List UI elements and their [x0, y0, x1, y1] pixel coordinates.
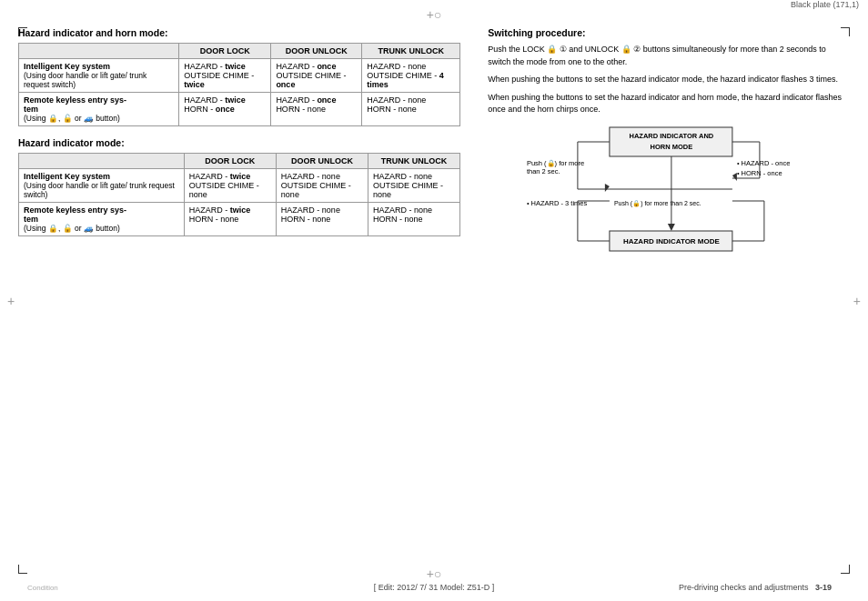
table1-col2: DOOR UNLOCK — [271, 44, 362, 59]
row3-trunk-unlock: HAZARD - noneOUTSIDE CHIME - none — [368, 169, 460, 203]
row2-door-lock: HAZARD - twiceHORN - once — [179, 93, 271, 126]
page-section: Pre-driving checks and adjustments — [679, 583, 809, 592]
svg-text:Push (🔒) for more: Push (🔒) for more — [527, 159, 584, 167]
row2-label: Remote keyless entry sys-tem (Using 🔒, 🔓… — [19, 93, 179, 126]
section1-heading: Hazard indicator and horn mode: — [18, 27, 460, 38]
svg-text:HAZARD INDICATOR AND: HAZARD INDICATOR AND — [630, 132, 714, 140]
svg-text:• HAZARD - once: • HAZARD - once — [737, 159, 790, 167]
crosshair-right-icon: + — [853, 294, 861, 308]
diagram-svg: HAZARD INDICATOR AND HORN MODE Push (🔒) … — [488, 124, 850, 269]
crosshair-left-icon: + — [7, 294, 15, 308]
table2-col1: DOOR LOCK — [184, 154, 276, 169]
row3-door-lock: HAZARD - twiceOUTSIDE CHIME - none — [184, 169, 276, 203]
row2-door-unlock: HAZARD - onceHORN - none — [271, 93, 362, 126]
table-indicator-mode: DOOR LOCK DOOR UNLOCK TRUNK UNLOCK Intel… — [18, 153, 460, 236]
page-number: 3-19 — [815, 583, 832, 592]
corner-mark-br — [841, 565, 850, 574]
svg-text:• HAZARD - 3 times: • HAZARD - 3 times — [527, 199, 588, 207]
table1-col3: TRUNK UNLOCK — [362, 44, 460, 59]
row3-label: Intelligent Key system (Using door handl… — [19, 169, 185, 203]
diagram-wrapper: HAZARD INDICATOR AND HORN MODE Push (🔒) … — [488, 124, 850, 271]
switching-para2: When pushing the buttons to set the haza… — [488, 74, 850, 86]
crosshair-top-icon: +○ — [427, 7, 442, 22]
svg-text:Push (🔒) for more than 2 sec.: Push (🔒) for more than 2 sec. — [614, 199, 701, 207]
right-panel: Switching procedure: Push the LOCK 🔒 ① a… — [479, 27, 850, 271]
corner-mark-tr — [841, 27, 850, 36]
table2-col3: TRUNK UNLOCK — [368, 154, 460, 169]
row4-door-lock: HAZARD - twiceHORN - none — [184, 203, 276, 236]
table2-col2: DOOR UNLOCK — [276, 154, 368, 169]
table-row: Remote keyless entry sys-tem (Using 🔒, 🔓… — [19, 93, 460, 126]
svg-marker-14 — [732, 173, 737, 181]
left-panel: Hazard indicator and horn mode: DOOR LOC… — [18, 27, 460, 271]
row3-door-unlock: HAZARD - noneOUTSIDE CHIME - none — [276, 169, 368, 203]
corner-mark-bl — [18, 565, 27, 574]
row4-trunk-unlock: HAZARD - noneHORN - none — [368, 203, 460, 236]
table1-col0 — [19, 44, 179, 59]
row1-door-unlock: HAZARD - onceOUTSIDE CHIME - once — [271, 59, 362, 93]
svg-text:than 2 sec.: than 2 sec. — [527, 167, 560, 175]
table-horn-mode: DOOR LOCK DOOR UNLOCK TRUNK UNLOCK Intel… — [18, 43, 460, 126]
section2-heading: Hazard indicator mode: — [18, 137, 460, 148]
row1-door-lock: HAZARD - twiceOUTSIDE CHIME - twice — [179, 59, 271, 93]
svg-marker-8 — [605, 184, 610, 192]
switching-para3: When pushing the buttons to set the haza… — [488, 92, 850, 116]
table-row: Intelligent Key system (Using door handl… — [19, 59, 460, 93]
table-row: Remote keyless entry sys-tem (Using 🔒, 🔓… — [19, 203, 460, 236]
switching-heading: Switching procedure: — [488, 27, 850, 38]
corner-mark-tl — [18, 27, 27, 36]
row1-label: Intelligent Key system (Using door handl… — [19, 59, 179, 93]
row1-trunk-unlock: HAZARD - noneOUTSIDE CHIME - 4 times — [362, 59, 460, 93]
content-area: Hazard indicator and horn mode: DOOR LOC… — [0, 27, 868, 271]
switching-para1: Push the LOCK 🔒 ① and UNLOCK 🔒 ② buttons… — [488, 44, 850, 68]
svg-marker-20 — [668, 224, 675, 231]
svg-text:HORN MODE: HORN MODE — [651, 143, 693, 151]
svg-text:HAZARD INDICATOR MODE: HAZARD INDICATOR MODE — [623, 237, 721, 245]
table2-col0 — [19, 154, 185, 169]
row2-trunk-unlock: HAZARD - noneHORN - none — [362, 93, 460, 126]
crosshair-bottom-icon: +○ — [427, 566, 442, 581]
footer-page: Pre-driving checks and adjustments 3-19 — [0, 583, 868, 592]
row4-label: Remote keyless entry sys-tem (Using 🔒, 🔓… — [19, 203, 185, 236]
table1-col1: DOOR LOCK — [179, 44, 271, 59]
row4-door-unlock: HAZARD - noneHORN - none — [276, 203, 368, 236]
table-row: Intelligent Key system (Using door handl… — [19, 169, 460, 203]
